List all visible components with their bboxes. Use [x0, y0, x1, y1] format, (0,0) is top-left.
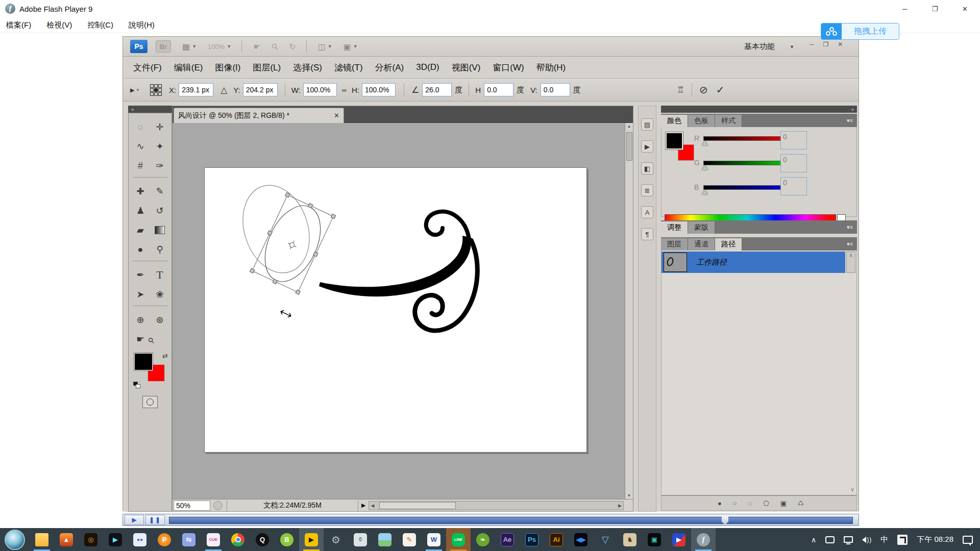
- brush-tool[interactable]: ✎: [150, 182, 169, 201]
- hskew-field[interactable]: [484, 83, 513, 96]
- taskbar-chrome[interactable]: [226, 528, 250, 551]
- ps-menu-view[interactable]: 视图(V): [452, 62, 481, 73]
- taskbar-qq[interactable]: Q: [250, 528, 275, 551]
- network-tray-icon[interactable]: [844, 536, 853, 543]
- taskbar-clock[interactable]: 下午 08:28: [917, 535, 953, 544]
- red-slider[interactable]: [703, 136, 793, 141]
- path-to-selection-icon[interactable]: ◌: [748, 499, 752, 507]
- tab-masks[interactable]: 蒙版: [688, 221, 715, 234]
- rotation-field[interactable]: [422, 83, 452, 96]
- eyedropper-tool[interactable]: ✑: [150, 156, 169, 176]
- screen-mode-icon[interactable]: ▣: [344, 42, 351, 52]
- ps-close-icon[interactable]: ✕: [838, 41, 843, 48]
- character-panel-icon[interactable]: A: [641, 206, 653, 218]
- notification-center-icon[interactable]: [963, 536, 973, 544]
- 3d-rotate-tool[interactable]: ⊕: [131, 310, 150, 330]
- taskbar-gold-ring-app[interactable]: ◎: [79, 528, 103, 551]
- taskbar-recorder-app[interactable]: ▣: [642, 528, 667, 551]
- clone-stamp-tool[interactable]: ♟: [131, 201, 150, 220]
- transform-handles[interactable]: [250, 193, 335, 295]
- commit-transform-icon[interactable]: ✓: [716, 84, 725, 96]
- taskbar-dark-player-app[interactable]: ▶: [103, 528, 128, 551]
- taskbar-image-viewer[interactable]: [373, 528, 397, 551]
- ps-menu-edit[interactable]: 编辑(E): [174, 62, 203, 73]
- link-dimensions-icon[interactable]: ∞: [342, 86, 347, 94]
- default-colors-icon[interactable]: [133, 382, 141, 389]
- taskbar-v-app[interactable]: ▽: [593, 528, 618, 551]
- path-selection-tool[interactable]: ➤: [131, 285, 150, 304]
- ps-restore-icon[interactable]: ❐: [823, 41, 829, 48]
- make-work-path-icon[interactable]: ⬠: [763, 499, 769, 507]
- zoom-tool[interactable]: ⚲: [146, 325, 174, 353]
- status-zoom-field[interactable]: 50%: [174, 500, 210, 511]
- ps-menu-file[interactable]: 文件(F): [133, 62, 162, 73]
- taskbar-blue-video-player[interactable]: ◀▶: [569, 528, 593, 551]
- scroll-left-icon[interactable]: ◀: [371, 503, 374, 508]
- taskbar-line[interactable]: LINE: [446, 528, 471, 551]
- pause-button[interactable]: ❚❚: [145, 515, 165, 525]
- red-slider-thumb[interactable]: [702, 141, 708, 145]
- healing-brush-tool[interactable]: ✚: [131, 182, 150, 201]
- ps-minimize-icon[interactable]: ─: [810, 41, 814, 48]
- stroke-path-icon[interactable]: ○: [733, 499, 737, 507]
- paths-panel-menu-icon[interactable]: ▾≡: [847, 241, 853, 247]
- type-tool[interactable]: T: [150, 265, 169, 285]
- x-position-field[interactable]: [179, 83, 213, 96]
- menu-control[interactable]: 控制(C): [87, 20, 113, 30]
- scroll-down-icon[interactable]: ▼: [627, 493, 631, 498]
- taskbar-orange-p-app[interactable]: P: [152, 528, 177, 551]
- green-slider[interactable]: [703, 161, 793, 165]
- taskbar-file-explorer[interactable]: [30, 528, 54, 551]
- y-position-field[interactable]: [243, 83, 278, 96]
- ime-language-indicator[interactable]: 中: [880, 535, 888, 544]
- taskbar-red-blue-player[interactable]: ▶: [667, 528, 691, 551]
- lasso-tool[interactable]: ∿: [131, 137, 150, 156]
- taskbar-gear-app[interactable]: ⚙: [324, 528, 348, 551]
- history-brush-tool[interactable]: ↺: [150, 201, 169, 220]
- restore-button[interactable]: ❐: [920, 0, 950, 17]
- gradient-tool[interactable]: [150, 220, 169, 240]
- canvas-area[interactable]: [173, 123, 625, 499]
- work-path-row[interactable]: 工作路径: [662, 252, 845, 273]
- width-field[interactable]: [303, 83, 337, 96]
- panels-collapse-strip[interactable]: »: [661, 106, 857, 113]
- horizontal-scroll-thumb[interactable]: [379, 502, 456, 509]
- scroll-right-icon[interactable]: ▶: [618, 503, 622, 508]
- color-panel-menu-icon[interactable]: ▾≡: [847, 117, 853, 124]
- adjustments-panel-menu-icon[interactable]: ▾≡: [847, 224, 853, 231]
- ps-menu-help[interactable]: 帮助(H): [536, 62, 566, 73]
- new-path-icon[interactable]: ▣: [780, 499, 787, 507]
- taskbar-figure-app[interactable]: ♞: [618, 528, 642, 551]
- eraser-tool[interactable]: ▰: [131, 220, 150, 240]
- vertical-scroll-thumb[interactable]: [626, 132, 632, 161]
- taskbar-illustrator[interactable]: Ai: [544, 528, 569, 551]
- height-field[interactable]: [362, 83, 396, 96]
- tab-layers[interactable]: 图层: [661, 238, 688, 251]
- tray-expand-icon[interactable]: ∧: [811, 536, 816, 544]
- taskbar-sync-app[interactable]: ⇆: [177, 528, 201, 551]
- rotate-view-icon[interactable]: ↻: [289, 42, 296, 52]
- volume-tray-icon[interactable]: ) ): [862, 536, 871, 543]
- blur-tool[interactable]: ●: [131, 240, 150, 259]
- blue-value-field[interactable]: 0: [780, 177, 807, 195]
- bridge-button[interactable]: Br: [156, 40, 171, 53]
- taskbar-word[interactable]: W: [422, 528, 446, 551]
- menu-file[interactable]: 檔案(F): [6, 20, 31, 30]
- taskbar-cue-disc-app[interactable]: CUE: [201, 528, 226, 551]
- ps-menu-image[interactable]: 图像(I): [215, 62, 240, 73]
- move-tool[interactable]: ✛: [150, 117, 169, 137]
- swap-colors-icon[interactable]: ⇄: [162, 352, 168, 360]
- quick-selection-tool[interactable]: ✦: [150, 137, 169, 156]
- tab-channels[interactable]: 通道: [688, 238, 715, 251]
- minimize-button[interactable]: ─: [890, 0, 920, 17]
- marquee-tool[interactable]: ◌: [131, 117, 150, 137]
- menu-help[interactable]: 說明(H): [129, 20, 155, 30]
- warp-mode-icon[interactable]: ♖: [677, 85, 684, 95]
- status-flyout-icon[interactable]: ▶: [361, 502, 365, 509]
- delete-path-icon[interactable]: ♺: [798, 499, 804, 507]
- quick-mask-button[interactable]: [142, 396, 158, 408]
- hand-tool-icon[interactable]: ☛: [253, 42, 260, 52]
- paths-scroll-down[interactable]: ∨: [850, 486, 854, 493]
- document-page[interactable]: [204, 167, 587, 453]
- tab-close-icon[interactable]: ✕: [334, 112, 339, 119]
